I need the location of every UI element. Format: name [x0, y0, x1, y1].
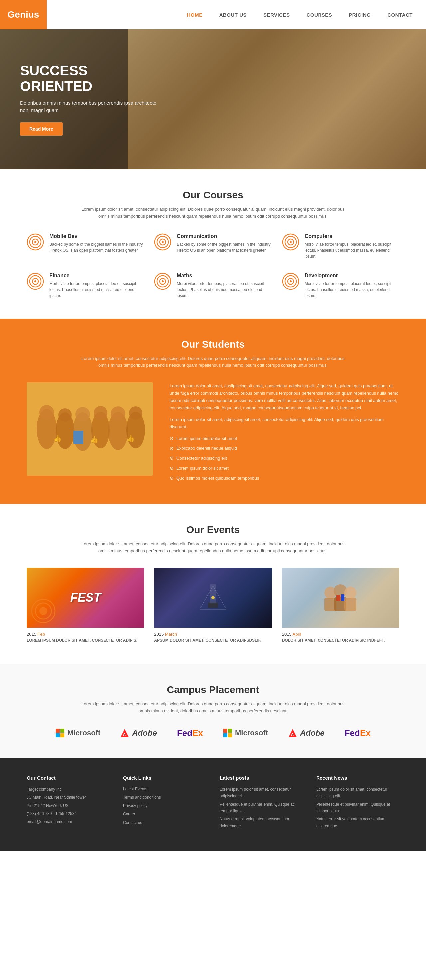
- svg-rect-62: [223, 729, 227, 733]
- footer-news-1: Pellentesque et pulvinar enim. Quisque a…: [316, 801, 399, 815]
- nav-services[interactable]: SERVICES: [263, 12, 290, 18]
- students-content: 👍 👍 👍 Lorem ipsum dolor sit amet, caslip…: [27, 382, 399, 484]
- event-image-1: [154, 568, 272, 628]
- svg-point-50: [344, 587, 356, 599]
- students-list-item-2: Consectetur adipiscing elit: [170, 454, 399, 462]
- footer-address2: Pin-21542 NewYork US.: [27, 802, 110, 809]
- svg-rect-57: [60, 729, 64, 733]
- course-icon-1: [154, 233, 171, 251]
- svg-rect-63: [228, 729, 232, 733]
- course-item-0: Mobile Dev Backed by some of the biggest…: [27, 233, 144, 259]
- event-month-2: April: [292, 632, 301, 637]
- svg-text:A: A: [123, 732, 126, 737]
- footer-post-2: Natus error sit voluptatem accusantium d…: [220, 816, 303, 829]
- hero-content: SUCCESS ORIENTED Doloribus omnis minus t…: [20, 63, 160, 135]
- placement-section: Campus Placement Lorem ipsum dolor sit a…: [0, 664, 426, 759]
- placement-title: Campus Placement: [27, 684, 399, 695]
- hero-section: SUCCESS ORIENTED Doloribus omnis minus t…: [0, 29, 426, 169]
- courses-section: Our Courses Lorem ipsum dolor sit amet, …: [0, 169, 426, 318]
- footer-phone: (123) 456-789 - 1255-12584: [27, 810, 110, 817]
- events-grid: FEST 2015 Feb LOREM IPSUM DOLOR SIT AMET…: [27, 568, 399, 644]
- footer-link-privacy[interactable]: Privacy policy: [123, 803, 206, 809]
- course-icon-0: [27, 233, 44, 251]
- svg-rect-58: [55, 733, 60, 737]
- svg-point-32: [93, 406, 108, 420]
- footer-post-0: Lorem ipsum dolor sit amet, consectetur …: [220, 786, 303, 800]
- course-item-4: Maths Morbi vitae tortor tempus, placera…: [154, 272, 272, 299]
- footer-quicklinks-title: Quick Links: [123, 775, 206, 781]
- logo-fedex-1: FedEx: [177, 728, 203, 738]
- svg-point-46: [211, 596, 215, 600]
- svg-text:A: A: [291, 732, 293, 737]
- course-title-0: Mobile Dev: [49, 233, 144, 239]
- logo-adobe-text-2: Adobe: [300, 729, 325, 738]
- nav-home[interactable]: HOME: [187, 12, 203, 18]
- footer-latestposts: Latest posts Lorem ipsum dolor sit amet,…: [220, 775, 303, 831]
- event-title-1: APSUM DOLOR SIT AMET, CONSECTETUR ADIPSD…: [154, 638, 272, 643]
- hero-bg: [128, 29, 426, 169]
- event-year-1: 2015 March: [154, 632, 272, 637]
- course-title-5: Development: [304, 272, 399, 278]
- students-list-item-4: Quo issimos molest quibusdam temporibus: [170, 474, 399, 482]
- course-text-5: Development Morbi vitae tortor tempus, p…: [304, 272, 399, 299]
- logo-microsoft-2: Microsoft: [223, 729, 268, 738]
- logo-box: Genius: [0, 0, 47, 29]
- svg-rect-44: [210, 584, 216, 605]
- course-item-3: Finance Morbi vitae tortor tempus, place…: [27, 272, 144, 299]
- students-para2: Lorem ipsum dolor sit amet, adipiscing s…: [170, 416, 399, 431]
- event-year-text-0: 2015: [27, 632, 36, 637]
- svg-point-30: [75, 407, 90, 422]
- footer-link-terms[interactable]: Terms and conditions: [123, 794, 206, 801]
- students-title: Our Students: [27, 339, 399, 350]
- event-image-0: FEST: [27, 568, 144, 628]
- svg-point-19: [162, 280, 164, 282]
- students-section: Our Students Lorem ipsum dolor sit amet,…: [0, 318, 426, 504]
- students-image: 👍 👍 👍: [27, 382, 153, 476]
- course-desc-4: Morbi vitae tortor tempus, placerat leo …: [177, 281, 272, 299]
- svg-point-28: [58, 408, 71, 422]
- students-text-content: Lorem ipsum dolor sit amet, caslipiscing…: [170, 382, 399, 484]
- svg-point-26: [39, 405, 54, 420]
- course-title-3: Finance: [49, 272, 144, 278]
- footer-link-contact[interactable]: Contact us: [123, 820, 206, 826]
- footer-news-2: Natus error sit voluptatem accusantium d…: [316, 816, 399, 829]
- footer-link-career[interactable]: Career: [123, 811, 206, 818]
- nav-courses[interactable]: COURSES: [307, 12, 333, 18]
- nav-about[interactable]: ABOUT US: [219, 12, 247, 18]
- course-title-2: Computers: [304, 233, 399, 239]
- event-image-2: [282, 568, 399, 628]
- footer-latestposts-title: Latest posts: [220, 775, 303, 781]
- course-text-1: Communication Backed by some of the bigg…: [177, 233, 272, 253]
- logo-adobe-text-1: Adobe: [132, 729, 157, 738]
- svg-point-36: [129, 406, 143, 420]
- svg-rect-47: [208, 603, 218, 608]
- svg-rect-64: [223, 733, 227, 737]
- logo-adobe-1: A Adobe: [120, 729, 157, 738]
- course-icon-3: [27, 272, 44, 290]
- courses-title: Our Courses: [27, 189, 399, 200]
- course-desc-5: Morbi vitae tortor tempus, placerat leo …: [304, 281, 399, 299]
- students-list: Lorem ipsum eimrdolor sit amet Explicabo…: [170, 434, 399, 482]
- students-para1: Lorem ipsum dolor sit amet, caslipiscing…: [170, 382, 399, 412]
- logo-fedex-2: FedEx: [345, 728, 371, 738]
- footer-company: Target company Inc: [27, 786, 110, 793]
- nav-pricing[interactable]: PRICING: [349, 12, 371, 18]
- svg-point-15: [34, 280, 36, 282]
- footer-link-events[interactable]: Latest Events: [123, 786, 206, 792]
- event-year-2: 2015 April: [282, 632, 399, 637]
- svg-text:👍: 👍: [53, 434, 62, 442]
- footer-address1: JC Main Road, Near Stmile tower: [27, 794, 110, 801]
- placement-logos: Microsoft A Adobe FedEx Microsoft: [27, 728, 399, 738]
- footer-contact-title: Our Contact: [27, 775, 110, 781]
- students-list-item-3: Lorem ipsum dolor sit amet: [170, 464, 399, 472]
- event-card-1: 2015 March APSUM DOLOR SIT AMET, CONSECT…: [154, 568, 272, 644]
- logo-microsoft-text-1: Microsoft: [67, 729, 100, 737]
- svg-text:👍: 👍: [90, 435, 98, 443]
- course-desc-3: Morbi vitae tortor tempus, placerat leo …: [49, 281, 144, 299]
- footer-recentnews: Recent News Lorem ipsum dolor sit amet, …: [316, 775, 399, 831]
- course-title-4: Maths: [177, 272, 272, 278]
- event-card-0: FEST 2015 Feb LOREM IPSUM DOLOR SIT AMET…: [27, 568, 144, 644]
- nav-contact[interactable]: CONTACT: [387, 12, 413, 18]
- course-desc-2: Morbi vitae tortor tempus, placerat leo …: [304, 241, 399, 259]
- hero-read-more-button[interactable]: Read More: [20, 122, 63, 135]
